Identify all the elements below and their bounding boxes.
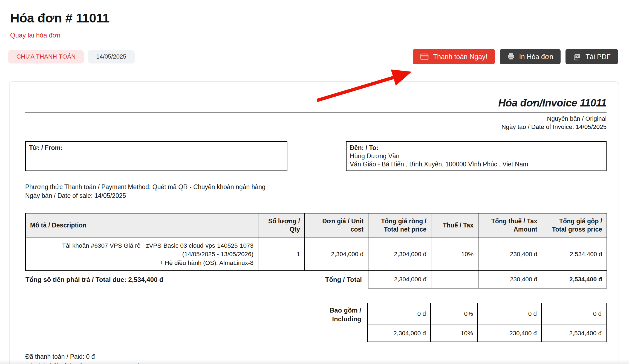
address-boxes: Từ: / From: Đến: / To: Hùng Dương Văn Vă… xyxy=(25,141,607,171)
including-table: 0 đ 0% 0 đ 0 đ 2,304,000 đ 10% 230,400 đ… xyxy=(367,303,607,342)
including-section: Bao gồm / Including 0 đ 0% 0 đ 0 đ 2,304… xyxy=(25,303,607,342)
item-tax-amount: 230,400 đ xyxy=(478,238,542,271)
from-box: Từ: / From: xyxy=(25,141,287,171)
download-pdf-button[interactable]: PDF Tải PDF xyxy=(565,49,618,64)
including-0-net: 0 đ xyxy=(368,303,431,325)
print-invoice-label: In Hóa đơn xyxy=(519,53,553,61)
total-tax-amount: 230,400 đ xyxy=(478,271,542,288)
pay-now-button[interactable]: Thanh toán Ngay! xyxy=(413,49,495,64)
original-line: Nguyên bản / Original xyxy=(25,115,607,123)
due-date-badge: 14/05/2025 xyxy=(88,50,134,63)
credit-card-icon xyxy=(420,53,429,60)
left-to-pay-line: Còn lại phải trả / Left to pay: 2,534,40… xyxy=(25,362,607,364)
pay-now-label: Thanh toán Ngay! xyxy=(433,53,487,61)
invoice-meta: Nguyên bản / Original Ngày tạo / Date of… xyxy=(25,115,607,131)
item-unit-cost: 2,304,000 đ xyxy=(305,238,368,271)
including-0-gross: 0 đ xyxy=(541,303,606,325)
from-label: Từ: / From: xyxy=(29,144,284,152)
page-header: Hóa đơn # 11011 Quay lại hóa đơn xyxy=(0,0,629,39)
created-date-line: Ngày tạo / Date of Invoice: 14/05/2025 xyxy=(25,123,607,131)
including-row-0: 0 đ 0% 0 đ 0 đ xyxy=(368,303,606,325)
item-description-cell: Tài khoản #6307 VPS Giá rẻ - zVPS-Basic … xyxy=(25,238,258,271)
including-1-gross: 2,534,400 đ xyxy=(541,325,606,342)
item-description: Tài khoản #6307 VPS Giá rẻ - zVPS-Basic … xyxy=(30,241,253,259)
item-tax: 10% xyxy=(431,238,478,271)
including-1-tax-amount: 230,400 đ xyxy=(478,325,541,342)
header-tax-amount: Tổng thuế / Tax Amount xyxy=(478,213,542,238)
payment-method-line: Phương thức Thanh toán / Payment Method:… xyxy=(25,183,607,192)
to-label: Đến: / To: xyxy=(350,144,603,152)
header-unit-cost: Đơn giá / Unit cost xyxy=(305,213,368,238)
date-of-sale-line: Ngày bán / Date of sale: 14/05/2025 xyxy=(25,191,607,200)
pdf-file-icon: PDF xyxy=(573,53,581,61)
total-gross-price: 2,534,400 đ xyxy=(542,271,607,288)
including-label: Bao gồm / Including xyxy=(25,303,367,342)
line-item-row: Tài khoản #6307 VPS Giá rẻ - zVPS-Basic … xyxy=(25,238,607,271)
svg-text:PDF: PDF xyxy=(575,54,580,57)
table-header-row: Mô tả / Description Số lượng / Qty Đơn g… xyxy=(25,213,607,238)
header-tax: Thuế / Tax xyxy=(431,213,478,238)
header-description: Mô tả / Description xyxy=(25,213,258,238)
total-net-price: 2,304,000 đ xyxy=(368,271,431,288)
print-invoice-button[interactable]: In Hóa đơn xyxy=(500,49,561,64)
paid-line: Đã thanh toán / Paid: 0 đ xyxy=(25,352,607,362)
status-badge: CHƯA THANH TOÁN xyxy=(8,50,84,63)
invoice-doc-title: Hóa đơn/Invoice 11011 xyxy=(25,97,607,109)
item-gross-price: 2,534,400 đ xyxy=(542,238,607,271)
total-due-line: Tổng số tiền phải trả / Total due: 2,534… xyxy=(25,276,163,284)
printer-icon xyxy=(507,53,515,60)
to-box: Đến: / To: Hùng Dương Văn Văn Giáo - Bá … xyxy=(346,141,607,171)
invoice-card: Hóa đơn/Invoice 11011 Nguyên bản / Origi… xyxy=(9,81,619,364)
item-qty: 1 xyxy=(258,238,305,271)
total-label: Tổng / Total xyxy=(325,276,362,284)
header-qty: Số lượng / Qty xyxy=(258,213,305,238)
toolbar: CHƯA THANH TOÁN 14/05/2025 Thanh toán Ng… xyxy=(0,49,629,64)
to-address: Văn Giáo - Bá Hiến , Bình Xuyên, 100000 … xyxy=(350,160,603,168)
including-0-tax-amount: 0 đ xyxy=(478,303,541,325)
payment-info: Phương thức Thanh toán / Payment Method:… xyxy=(25,183,607,200)
total-tax xyxy=(431,271,478,288)
page-title: Hóa đơn # 11011 xyxy=(10,10,618,25)
including-1-net: 2,304,000 đ xyxy=(368,325,431,342)
item-net-price: 2,304,000 đ xyxy=(368,238,431,271)
download-pdf-label: Tải PDF xyxy=(585,53,611,61)
item-description-os: + Hệ điều hành (OS): AlmaLinux-8 xyxy=(30,259,253,267)
title-divider xyxy=(25,112,607,112)
toolbar-buttons: Thanh toán Ngay! In Hóa đơn PDF xyxy=(413,49,618,64)
line-items-table: Mô tả / Description Số lượng / Qty Đơn g… xyxy=(25,213,607,288)
back-to-invoices-link[interactable]: Quay lại hóa đơn xyxy=(10,31,60,39)
header-gross-price: Tổng giá gộp / Total gross price xyxy=(542,213,607,238)
header-net-price: Tổng giá ròng / Total net price xyxy=(368,213,431,238)
to-name: Hùng Dương Văn xyxy=(350,152,603,160)
including-row-1: 2,304,000 đ 10% 230,400 đ 2,534,400 đ xyxy=(368,325,606,342)
including-0-tax: 0% xyxy=(431,303,478,325)
total-left-cell: Tổng số tiền phải trả / Total due: 2,534… xyxy=(25,271,368,288)
payment-summary: Đã thanh toán / Paid: 0 đ Còn lại phải t… xyxy=(25,352,607,364)
total-row: Tổng số tiền phải trả / Total due: 2,534… xyxy=(25,271,607,288)
including-1-tax: 10% xyxy=(431,325,478,342)
